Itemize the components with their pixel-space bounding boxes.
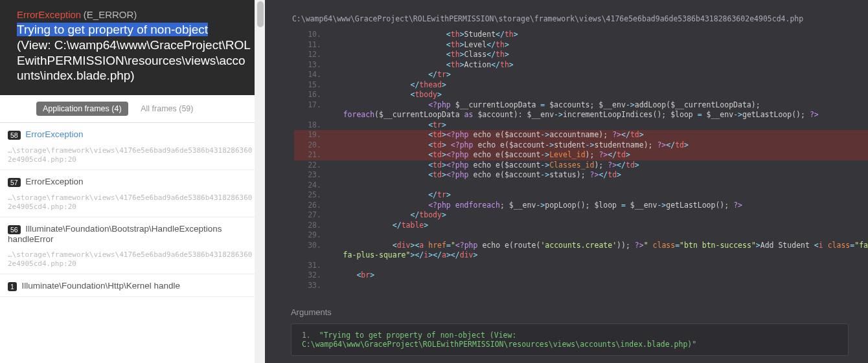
code-line: 25. </tr> [294,190,868,201]
frame-number: 56 [8,225,21,234]
code-line: 24. [294,181,868,191]
code-line: 20. <td> <?php echo e($account->student-… [294,140,868,151]
code-line: 15. </thead> [294,80,868,91]
code-line: 28. </table> [294,221,868,231]
arguments-box: 1. "Trying to get property of non-object… [291,324,849,356]
code-line: 16. <tbody> [294,90,868,100]
code-line: 17. <?php $__currentLoopData = $accounts… [294,100,868,120]
frame-tabs: Application frames (4) All frames (59) [0,95,265,123]
code-line: 22. <td><?php echo e($account->Classes_i… [294,160,868,171]
frame-title: Illuminate\Foundation\Http\Kernel handle [21,281,180,291]
sidebar: ErrorException (E_ERROR) Trying to get p… [0,0,265,363]
scrollbar-thumb[interactable] [257,1,264,27]
frame-title: Illuminate\Foundation\Bootstrap\HandleEx… [8,224,222,244]
code-line: 23. <td><?php echo e($account->status); … [294,170,868,181]
code-line: 14. </tr> [294,70,868,80]
stack-frame[interactable]: 1 Illuminate\Foundation\Http\Kernel hand… [0,274,265,297]
code-line: 13. <th>Action</th> [294,60,868,71]
tab-all-frames[interactable]: All frames (59) [134,102,200,116]
tab-application-frames[interactable]: Application frames (4) [36,102,128,116]
frame-title: ErrorException [25,129,83,139]
frame-path: …\storage\framework\views\4176e5e6bad9a6… [8,250,256,269]
stack-frame[interactable]: 58 ErrorException…\storage\framework\vie… [0,123,265,170]
arguments-title: Arguments [291,307,868,317]
code-line: 26. <?php endforeach; $__env->popLoop();… [294,201,868,211]
stack-frame[interactable]: 57 ErrorException…\storage\framework\vie… [0,170,265,217]
error-type: (E_ERROR) [84,9,137,20]
arguments-section: Arguments 1. "Trying to get property of … [265,296,868,360]
frame-path: …\storage\framework\views\4176e5e6bad9a6… [8,193,256,212]
code-line: 10. <th>Student</th> [294,30,868,40]
code-line: 31. [294,261,868,271]
code-line: 32. <br> [294,270,868,281]
comments-note: No comments for this stack frame. [265,360,868,363]
error-header: ErrorException (E_ERROR) Trying to get p… [0,0,265,95]
scrollbar[interactable] [255,0,265,363]
code-view: 10. <th>Student</th>11. <th>Level</th>12… [265,30,868,296]
code-line: 19. <td><?php echo e($account->accountna… [294,130,868,140]
frame-title: ErrorException [25,177,83,186]
frames-list: 58 ErrorException…\storage\framework\vie… [0,123,265,297]
code-line: 27. </tbody> [294,210,868,221]
code-line: 33. [294,281,868,291]
stack-frame[interactable]: 56 Illuminate\Foundation\Bootstrap\Handl… [0,217,265,274]
frame-path: …\storage\framework\views\4176e5e6bad9a6… [8,146,256,165]
code-line: 29. [294,230,868,241]
code-line: 30. <div><a href="<?php echo e(route('ac… [294,241,868,261]
code-line: 12. <th>Class</th> [294,50,868,60]
frame-number: 1 [8,282,17,291]
code-line: 21. <td><?php echo e($account->Level_id)… [294,150,868,160]
error-name: ErrorException [17,9,81,20]
frame-number: 58 [8,131,21,140]
code-line: 11. <th>Level</th> [294,40,868,50]
code-line: 18. <tr> [294,120,868,131]
frame-number: 57 [8,178,21,187]
main-panel: C:\wamp64\www\GraceProject\ROLEwithPERMI… [265,0,868,363]
file-path: C:\wamp64\www\GraceProject\ROLEwithPERMI… [265,0,868,30]
error-message: Trying to get property of non-object (Vi… [17,22,252,83]
